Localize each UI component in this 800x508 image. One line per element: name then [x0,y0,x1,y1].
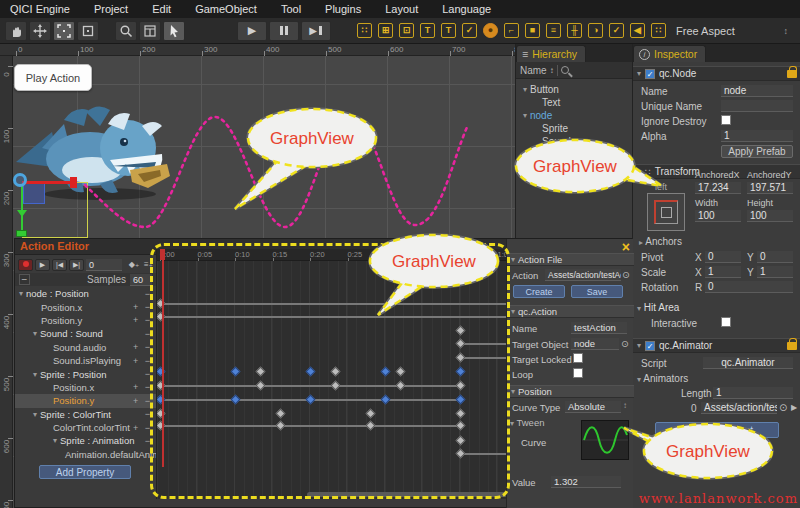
keyframe-gray[interactable] [256,367,266,377]
width-field[interactable]: 100 [695,210,741,222]
animated-property-sprite-colortint[interactable]: ▾Sprite : ColorTint− [15,408,156,421]
target-locked-checkbox[interactable] [573,353,583,363]
menu-item-language[interactable]: Language [442,3,491,15]
keyframe-gray[interactable] [456,326,466,336]
animated-property-colortint.colortint[interactable]: ColorTint.colorTint+ − [15,421,156,434]
toggle-sound-icon[interactable]: ◀ [630,23,645,38]
animated-property-sound.audio[interactable]: Sound.audio+ − [15,341,156,354]
position-header[interactable]: ▾Position [507,385,634,398]
keyframe-gray[interactable] [366,421,376,431]
keyframe-blue[interactable] [456,395,466,405]
keyframe-gray[interactable] [456,353,466,363]
menu-item-layout[interactable]: Layout [385,3,418,15]
create-sliders-icon[interactable]: ╫ [567,23,582,38]
lock-icon[interactable] [787,70,797,78]
hit-area-foldout[interactable]: ▾ Hit Area [637,302,679,313]
animated-property-sound-sound[interactable]: ▾Sound : Sound− [15,327,156,340]
animated-property-sound.isplaying[interactable]: Sound.isPlaying+ − [15,354,156,367]
keyframe-controls[interactable]: + − [133,342,152,352]
keyframe-blue[interactable] [381,395,391,405]
create-scrollbar-icon[interactable]: ⌐ [504,23,519,38]
remove-property-button[interactable]: − [145,369,152,379]
alpha-field[interactable]: 1 [721,130,793,142]
menu-item-gameobject[interactable]: GameObject [195,3,257,15]
create-text-icon[interactable]: T [420,23,435,38]
animated-property-position.x[interactable]: Position.x+ − [15,381,156,394]
menu-item-qici-engine[interactable]: QICI Engine [10,3,70,15]
keyframe-gray[interactable] [456,339,466,349]
foldout-icon[interactable]: ▾ [33,370,37,379]
keyframe-gray[interactable] [331,381,341,391]
foldout-icon[interactable]: ▾ [520,85,530,94]
remove-property-button[interactable]: − [145,436,152,446]
keyframe-blue[interactable] [381,367,391,377]
hierarchy-item-text[interactable]: Text [516,96,632,109]
panel-view-button[interactable] [139,21,161,41]
rotation-field[interactable]: 0 [705,281,793,293]
keyframe-controls[interactable]: + − [133,423,152,433]
scale-tool-button[interactable] [53,21,75,41]
frame-field[interactable]: 0 [86,259,122,271]
interactive-checkbox[interactable] [721,317,731,327]
foldout-icon[interactable]: ▾ [33,410,37,419]
animated-property-position.x[interactable]: Position.x+ − [15,300,156,313]
scale-x-field[interactable]: 1 [705,266,741,278]
keyframe-blue[interactable] [306,395,316,405]
animated-property-node-position[interactable]: ▾node : Position− [15,287,156,300]
play-button[interactable]: ▶ [237,21,267,41]
curve-type-dropdown[interactable]: Absolute [565,401,621,413]
anchors-foldout[interactable]: ▸ Anchors [639,236,682,247]
asset-field[interactable]: Assets/action/tes [701,402,777,414]
play-button[interactable]: ▶ [35,259,50,271]
hierarchy-item-node[interactable]: ▾node [516,109,632,122]
hand-tool-button[interactable] [5,21,27,41]
pivot-y-field[interactable]: 0 [757,251,793,263]
foldout-icon[interactable]: ▾ [520,111,530,120]
object-picker-icon[interactable]: ⊙ [622,269,630,280]
tab-hierarchy[interactable]: ≡ Hierarchy [516,45,586,62]
collapse-button[interactable]: − [19,274,30,285]
keyframe-gray[interactable] [456,449,466,459]
create-panel-icon[interactable]: ■ [525,23,540,38]
foldout-icon[interactable]: ▾ [19,289,23,298]
keyframe-blue[interactable] [156,367,165,377]
menu-item-tool[interactable]: Tool [281,3,301,15]
hierarchy-item-button[interactable]: ▾Button [516,83,632,96]
keyframe-gray[interactable] [156,381,165,391]
keyframe-blue[interactable] [231,367,241,377]
qc-node-header[interactable]: ▾ ✓ qc.Node [633,66,800,81]
keyframe-gray[interactable] [456,421,466,431]
animated-property-position.y[interactable]: Position.y+ − [15,314,156,327]
lock-icon[interactable] [787,342,797,350]
record-button[interactable] [18,259,33,271]
move-tool-button[interactable] [29,21,51,41]
expand-icon[interactable]: ▶ [791,403,797,412]
remove-property-button[interactable]: − [145,289,152,299]
action-file-field[interactable]: Assets/action/testActi [545,269,621,281]
keyframe-blue[interactable] [156,395,165,405]
keyframe-gray[interactable] [456,381,466,391]
create-button[interactable]: Create [513,285,565,298]
name-field[interactable]: node [721,85,793,97]
foldout-icon[interactable]: ▾ [637,69,641,78]
animated-property-sprite-position[interactable]: ▾Sprite : Position− [15,367,156,380]
length-field[interactable]: 1 [713,387,793,399]
keyframe-gray[interactable] [396,367,406,377]
create-checkbox-icon[interactable]: ✓ [609,23,624,38]
keyframe-gray[interactable] [276,421,286,431]
keyframe-blue[interactable] [231,395,241,405]
name-filter-dropdown[interactable]: Name [520,65,547,76]
action-name-field[interactable]: testAction [571,322,627,334]
save-button[interactable]: Save [571,285,623,298]
qc-animator-enabled-checkbox[interactable]: ✓ [645,341,655,351]
keyframe-gray[interactable] [456,436,466,446]
select-tool-button[interactable] [163,21,185,41]
keyframe-gray[interactable] [276,409,286,419]
object-picker-icon[interactable]: ⊙ [621,338,629,349]
create-ui-root-icon[interactable]: ⊞ [378,23,393,38]
aspect-dropdown[interactable]: Free Aspect ↕ [672,25,792,37]
object-picker-icon[interactable]: ⊙ [779,402,787,413]
animated-property-animation.defaultanim[interactable]: Animation.defaultAnim+ − [15,448,156,461]
prev-key-button[interactable]: |◀ [52,259,67,271]
pivot-x-field[interactable]: 0 [705,251,741,263]
